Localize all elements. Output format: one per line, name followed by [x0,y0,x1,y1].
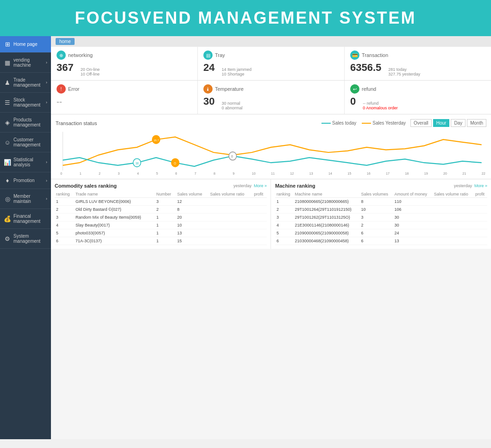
refund-icon: ↩ [350,84,359,94]
sidebar-icon-stock: ☰ [4,99,11,106]
transaction-sub1: 281 today [388,67,420,72]
sidebar-arrow-statistical: › [46,160,47,164]
col-number: Number [155,191,176,198]
sidebar-item-system[interactable]: ⚙System management [0,229,51,249]
machine-table-section: Machine ranking yesterday More » ranking… [271,179,491,249]
svg-text:7: 7 [195,171,196,176]
svg-text:9: 9 [233,171,234,176]
sidebar-label-financial: Financal management [13,214,47,224]
svg-text:22: 22 [482,171,485,176]
chart-tabs: Overall Hour Day Month [410,119,486,127]
tab-month[interactable]: Month [467,119,486,127]
col-m-amount: Amount of money [393,191,432,198]
col-m-ranking: ranking [275,191,294,198]
svg-text:0: 0 [60,171,62,176]
sidebar-icon-financial: 💰 [4,215,11,222]
sidebar-label-vending: vending machine [13,57,44,68]
table-row: 229T1001264(29T1101912150)10106 [275,206,487,214]
chart-svg: 012 345 678 91011 121314 151617 181920 2… [56,129,486,176]
tab-overall[interactable]: Overall [410,119,432,127]
sidebar-label-promotion: Promotion [13,178,44,183]
networking-sub2: 10 Off-line [81,72,100,76]
table-row: 521090000065(21090000058)624 [275,229,487,237]
sidebar-item-financial[interactable]: 💰Financal management [0,209,51,229]
table-row: 2Old Dirty Bastard ©(027)28 [55,206,267,214]
sidebar-item-promotion[interactable]: ♦Promotion› [0,172,51,189]
sidebar-arrow-stock: › [46,100,47,105]
machine-more-link[interactable]: More » [474,183,487,188]
commodity-more-link[interactable]: More » [254,183,267,188]
legend-today: Sales today [321,120,356,126]
table-row: 1GIRLS LUV BEYONCE(0006)312 [55,198,267,206]
tab-day[interactable]: Day [451,119,466,127]
col-sales-volume: Sales volume [176,191,209,198]
feature-section: DEVICES MANAGEMENT ELECTRONIC MANAGEMENT… [0,439,491,448]
sidebar-label-statistical: Statistical analysis [13,157,44,167]
app-title: FOCUSVEND MANAGEMENT SYSTEM [0,8,491,28]
col-ranking: ranking [55,191,74,198]
commodity-table: ranking Trade name Number Sales volume S… [55,191,267,245]
svg-text:14: 14 [328,171,332,176]
machine-yesterday: yesterday [454,183,472,188]
svg-text:1: 1 [80,171,82,176]
svg-text:O: O [174,161,176,164]
refund-main-value: 0 [350,95,356,107]
sidebar-icon-statistical: 📊 [4,159,11,166]
sidebar-item-home[interactable]: ⊞Home page [0,36,51,53]
networking-main-value: 367 [57,62,74,74]
temperature-sub2: 0 abnormal [221,106,242,110]
sidebar-item-trade[interactable]: ♟Trade management› [0,73,51,93]
stats-row-2: ! Error -- 🌡 Temperature 30 30 normal 0 … [51,81,491,114]
sidebar-label-system: System management [13,233,47,244]
breadcrumb-home[interactable]: home [56,38,75,45]
refund-sub2: 0 Anomalous order [363,106,398,110]
error-label: Error [68,86,79,92]
stat-refund: ↩ refund 0 -- refund 0 Anomalous order [345,81,491,114]
sidebar-label-customer: Customer management [13,137,47,147]
sidebar-arrow-promotion: › [46,178,47,183]
col-m-sales: Sales volumes [359,191,393,198]
transaction-main-value: 6356.5 [350,62,381,74]
svg-text:35.7: 35.7 [154,139,159,141]
stat-error: ! Error -- [51,81,198,114]
refund-label: refund [362,86,376,92]
sidebar-label-trade: Trade management [13,77,44,88]
svg-text:19: 19 [424,171,428,176]
commodity-table-header: Commodity sales ranking yesterday More » [55,183,267,189]
svg-text:16: 16 [367,171,371,176]
sidebar-item-member[interactable]: ◎Member maintain› [0,189,51,209]
table-row: 621030000468(21090000458)613 [275,237,487,245]
tab-hour[interactable]: Hour [433,119,450,127]
sidebar-arrow-member: › [46,196,47,201]
table-row: 671A-3C(0137)115 [55,237,267,245]
svg-text:8: 8 [214,171,215,176]
sidebar-item-stock[interactable]: ☰Stock management› [0,93,51,113]
refund-sub1: -- refund [363,101,398,106]
networking-sub1: 20 On-line [81,67,100,72]
sidebar-item-products[interactable]: ◈Products management [0,113,51,133]
networking-icon: ⊕ [57,50,66,60]
sidebar: ⊞Home page▦vending machine›♟Trade manage… [0,36,51,439]
tray-sub1: 14 Item jammed [221,67,252,72]
networking-label: networking [68,52,93,58]
sidebar-icon-customer: ☺ [4,139,11,146]
sidebar-icon-member: ◎ [4,196,11,202]
transaction-icon: 💳 [350,50,359,60]
stat-tray: ▤ Tray 24 14 Item jammed 10 Shortage [198,47,345,80]
chart-header: Transaction status Sales today Sales Yes… [56,119,486,127]
sidebar-item-statistical[interactable]: 📊Statistical analysis› [0,152,51,172]
table-row: 3Random Mix of Beauty Items(0059)120 [55,214,267,221]
svg-text:11: 11 [271,171,275,176]
sidebar-item-vending[interactable]: ▦vending machine› [0,53,51,73]
table-row: 421E30001146(21080000146)230 [275,221,487,229]
svg-text:15: 15 [347,171,351,176]
temperature-main-value: 30 [203,95,214,107]
table-row: 4Slay Beauty(0017)110 [55,221,267,229]
sidebar-icon-vending: ▦ [4,59,11,66]
sidebar-item-customer[interactable]: ☺Customer management [0,133,51,152]
tray-icon: ▤ [203,50,213,60]
col-m-name: Machine name [294,191,360,198]
error-value: -- [57,95,192,109]
col-sales-ratio: Sales volume ratio [209,191,253,198]
sidebar-icon-system: ⚙ [4,235,11,242]
